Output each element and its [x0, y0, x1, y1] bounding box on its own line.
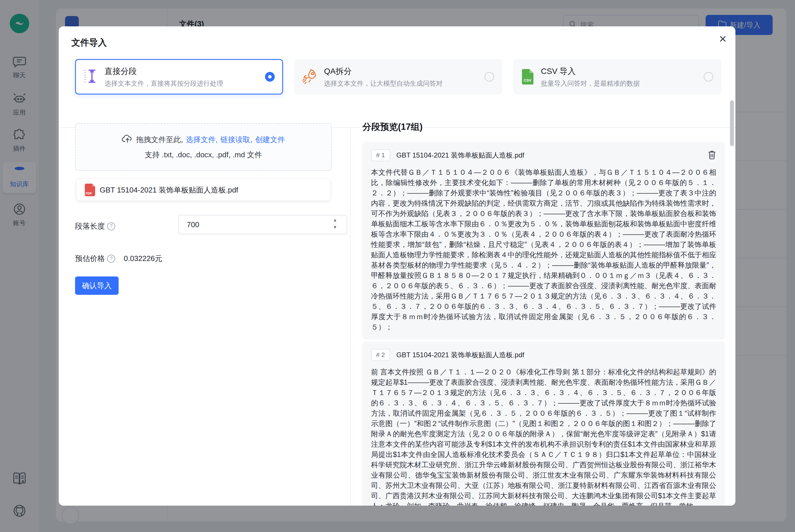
price-label: 预估价格 — [75, 253, 105, 264]
dropzone-text: 拖拽文件至此, — [136, 135, 183, 145]
mode-title: QA拆分 — [324, 66, 442, 77]
modal-divider-vertical — [350, 128, 351, 506]
price-value: 0.032226元 — [124, 253, 162, 264]
price-row: 预估价格 ? 0.032226元 — [75, 253, 162, 264]
svg-text:CSV: CSV — [524, 78, 531, 82]
segment-file-name: GBT 15104-2021 装饰单板贴面人造板.pdf — [397, 151, 524, 160]
segment-body-text: 前 言本文件按照 ＧＢ／Ｔ１．１—２０２０《标准化工作导则 第１部分：标准化文件… — [371, 367, 716, 506]
confirm-import-button[interactable]: 确认导入 — [75, 277, 119, 295]
segment-index-badge: # 1 — [371, 149, 390, 161]
preview-heading: 分段预览(17组) — [362, 121, 422, 133]
segment-body-text: 本文件代替ＧＢ／Ｔ１５１０４—２００６《装饰单板贴面人造板》，与ＧＢ／Ｔ１５１０… — [371, 167, 716, 332]
create-file-link[interactable]: 创建文件 — [255, 135, 285, 145]
help-icon[interactable]: ? — [107, 255, 115, 263]
uploaded-file-item[interactable]: GBT 15104-2021 装饰单板贴面人造板.pdf — [77, 179, 330, 201]
mode-title: CSV 导入 — [541, 66, 640, 77]
mode-desc: 选择文本文件，让大模型自动生成问答对 — [324, 79, 442, 88]
file-import-modal: 文件导入 ✕ 直接分段 选择文本文件，直接将其按分段进行处理 QA拆分 选择文本… — [59, 26, 735, 506]
segment-card: # 1 GBT 15104-2021 装饰单板贴面人造板.pdf 本文件代替ＧＢ… — [362, 142, 725, 340]
screen: 聊天 应用 插件 知识库 账号 — [0, 0, 795, 532]
select-file-link[interactable]: 选择文件, — [186, 135, 217, 145]
modal-scrollbar-thumb[interactable] — [730, 100, 734, 146]
csv-file-icon: CSV — [522, 68, 535, 86]
pdf-file-icon — [85, 184, 95, 196]
delete-segment-icon[interactable] — [707, 150, 716, 160]
segment-file-name: GBT 15104-2021 装饰单板贴面人造板.pdf — [397, 350, 524, 360]
file-dropzone[interactable]: 拖拽文件至此, 选择文件, 链接读取, 创建文件 支持 .txt, .doc, … — [75, 123, 332, 171]
text-split-icon — [83, 67, 98, 86]
radio-qa-split[interactable] — [485, 72, 494, 82]
para-length-input[interactable] — [178, 215, 347, 234]
radio-direct-split[interactable] — [265, 72, 275, 82]
rocket-icon — [302, 68, 318, 86]
cloud-upload-icon — [122, 134, 133, 145]
para-length-row: 段落长度 ? ▲▼ — [75, 221, 115, 231]
mode-card-csv-import[interactable]: CSV CSV 导入 批量导入问答对，是最精准的数据 — [513, 59, 721, 95]
mode-desc: 选择文本文件，直接将其按分段进行处理 — [105, 79, 223, 88]
stepper-down-icon[interactable]: ▼ — [333, 225, 337, 229]
link-read-link[interactable]: 链接读取, — [221, 135, 252, 145]
modal-title: 文件导入 — [71, 37, 107, 49]
mode-card-direct-split[interactable]: 直接分段 选择文本文件，直接将其按分段进行处理 — [75, 59, 283, 95]
radio-csv-import[interactable] — [704, 72, 713, 82]
stepper-up-icon[interactable]: ▲ — [333, 218, 337, 222]
segment-card: # 2 GBT 15104-2021 装饰单板贴面人造板.pdf 前 言本文件按… — [362, 341, 725, 506]
para-length-label: 段落长度 — [75, 221, 105, 231]
mode-title: 直接分段 — [105, 66, 223, 77]
supported-formats-text: 支持 .txt, .doc, .docx, .pdf, .md 文件 — [145, 150, 262, 160]
uploaded-file-name: GBT 15104-2021 装饰单板贴面人造板.pdf — [100, 185, 238, 195]
segment-index-badge: # 2 — [371, 349, 390, 361]
close-icon[interactable]: ✕ — [715, 32, 730, 46]
number-stepper[interactable]: ▲▼ — [333, 218, 337, 229]
help-icon[interactable]: ? — [107, 222, 115, 230]
mode-desc: 批量导入问答对，是最精准的数据 — [541, 79, 640, 88]
mode-card-qa-split[interactable]: QA拆分 选择文本文件，让大模型自动生成问答对 — [294, 59, 502, 95]
